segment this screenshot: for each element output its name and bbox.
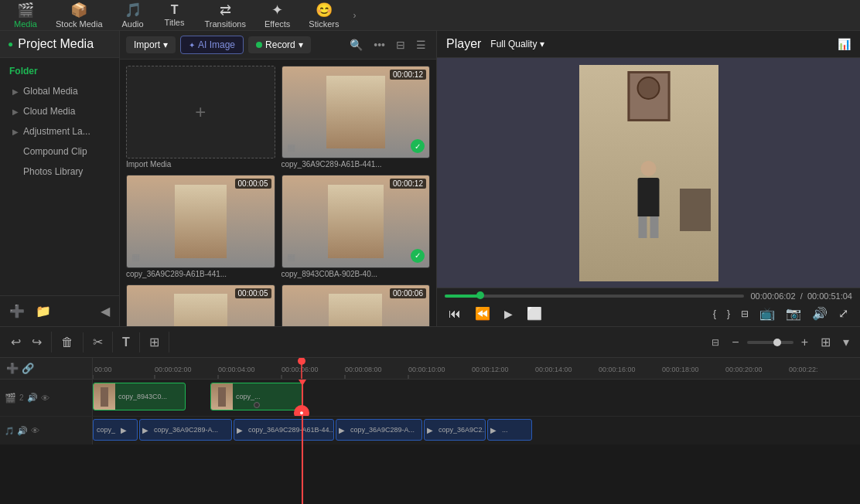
progress-bar[interactable] [445, 295, 744, 298]
toolbar-item-transitions[interactable]: ⇄ Transitions [197, 0, 254, 30]
redo-button[interactable]: ↪ [27, 332, 46, 352]
delete-button[interactable]: 🗑 [56, 332, 78, 352]
toolbar-item-media[interactable]: 🎬 Media [6, 0, 45, 30]
track-a1-visibility-button[interactable]: 👁 [31, 426, 39, 435]
sidebar-item-folder[interactable]: Folder [0, 61, 119, 81]
zoom-in-button[interactable]: + [797, 332, 813, 352]
zoom-out-button[interactable]: − [727, 332, 743, 352]
track-clip-a-1[interactable]: copy_ ▶ [93, 419, 138, 441]
svg-text:00:00:20:00: 00:00:20:00 [725, 366, 763, 373]
track-clip-a-3[interactable]: ▶ copy_36A9C289-A61B-44... [234, 419, 334, 441]
search-button[interactable]: 🔍 [346, 36, 367, 53]
svg-text:00:00:16:00: 00:00:16:00 [599, 366, 636, 373]
track-visibility-button[interactable]: 👁 [41, 393, 49, 403]
track-a1-controls: 🎵 🔊 👁 [0, 417, 93, 444]
media-item-4[interactable]: 00:00:05 ▦ ✓ copy_36A9C289-A61B-441... [123, 281, 278, 326]
clip-a-6-label: ... [499, 424, 511, 435]
play-button[interactable]: ▶ [500, 305, 517, 322]
filter-button[interactable]: ⊟ [392, 36, 409, 53]
sidebar-add-button[interactable]: ➕ [6, 302, 28, 320]
clip-a-1-label: copy_ [94, 424, 118, 435]
arrow-icon-global: ▶ [12, 87, 19, 96]
mark-out-button[interactable]: } [723, 306, 734, 322]
track-clip-v1-2[interactable]: copy_... [210, 383, 303, 410]
media-item-3[interactable]: 00:00:12 ▦ ✓ copy_8943C0BA-902B-40... [278, 172, 434, 281]
toolbar-item-titles[interactable]: T Titles [155, 2, 194, 29]
import-button[interactable]: Import ▾ [126, 36, 176, 53]
split-button[interactable]: ✂ [88, 332, 108, 352]
clip2-file-icon: ▦ [131, 252, 140, 263]
record-button[interactable]: Record ▾ [248, 36, 311, 53]
bottom-area: ↩ ↪ 🗑 ✂ T ⊞ ⊟ − + ⊞ ▾ ➕ [0, 326, 860, 504]
undo-button[interactable]: ↩ [6, 332, 26, 352]
timeline-tracks: 🎬 2 🔊 👁 copy_8943C0... [0, 380, 860, 504]
track-clip-a-5[interactable]: ▶ copy_36A9C2... [424, 419, 486, 441]
media-item-2[interactable]: 00:00:05 ▦ copy_36A9C289-A61B-441... [123, 172, 278, 281]
svg-point-19 [298, 358, 305, 365]
clip-marker [254, 402, 260, 408]
zoom-slider[interactable] [747, 341, 793, 344]
sidebar-item-adjustment[interactable]: ▶ Adjustment La... [0, 121, 119, 141]
track-a1-content[interactable]: copy_ ▶ ▶ copy_36A9C289-A... ▶ copy_36A9… [93, 417, 860, 444]
sidebar-item-compound[interactable]: ▶ Compound Clip [0, 141, 119, 162]
progress-handle[interactable] [476, 291, 484, 299]
sidebar-item-photos[interactable]: ▶ Photos Library [0, 162, 119, 182]
mark-in-button[interactable]: { [709, 306, 720, 322]
track-clip-v1-1[interactable]: copy_8943C0... [93, 383, 186, 410]
timeline-ruler[interactable]: 00:00 00:00:02:00 00:00:04:00 00:00:06:0… [93, 358, 860, 379]
zoom-handle[interactable] [773, 339, 781, 346]
track-clip-a-6[interactable]: ▶ ... [487, 419, 532, 441]
audio-track-button[interactable]: ⊟ [737, 306, 752, 322]
clip-a-4-label: copy_36A9C289-A... [347, 424, 418, 435]
composite-button[interactable]: ⊞ [145, 332, 164, 352]
toolbar-item-audio[interactable]: 🎵 Audio [114, 0, 152, 30]
more-button[interactable]: ▾ [838, 332, 854, 352]
timeline-link-button[interactable]: 🔗 [22, 363, 34, 374]
toolbar-item-stock[interactable]: 📦 Stock Media [48, 0, 111, 30]
ruler-svg: 00:00 00:00:02:00 00:00:04:00 00:00:06:0… [93, 358, 860, 379]
delete-group: 🗑 [56, 332, 84, 352]
toolbar-item-stickers[interactable]: 😊 Stickers [301, 0, 346, 30]
media-icon: 🎬 [17, 2, 34, 19]
screen-record-button[interactable]: 📺 [756, 304, 779, 323]
ai-image-button[interactable]: ✦ AI Image [180, 36, 244, 54]
undo-redo-group: ↩ ↪ [6, 332, 52, 352]
media-item-1[interactable]: 00:00:12 ▦ ✓ copy_36A9C289-A61B-441... [278, 63, 434, 172]
player-expand-icon[interactable]: 📊 [838, 38, 851, 50]
sidebar-folder-button[interactable]: 📁 [32, 302, 54, 320]
timeline-add-track-button[interactable]: ➕ [6, 363, 19, 374]
media-item-5[interactable]: 00:00:06 ▦ ✓ copy_36A9C289-A61B-441... [278, 281, 434, 326]
ai-label: AI Image [198, 39, 235, 50]
sidebar-collapse-button[interactable]: ◀ [97, 302, 113, 320]
toolbar-label-transitions: Transitions [205, 19, 246, 29]
titles-icon: T [171, 3, 179, 17]
sidebar-item-global[interactable]: ▶ Global Media [0, 81, 119, 101]
media-item-import[interactable]: + Import Media [123, 63, 278, 172]
fullscreen-button[interactable]: ⤢ [834, 304, 852, 323]
volume-button[interactable]: 🔊 [808, 304, 831, 323]
grid-view-button[interactable]: ⊞ [816, 332, 835, 352]
svg-text:00:00:18:00: 00:00:18:00 [662, 366, 699, 373]
sidebar-item-cloud[interactable]: ▶ Cloud Media [0, 101, 119, 121]
skip-back-button[interactable]: ⏮ [445, 305, 465, 323]
arrow-icon-cloud: ▶ [12, 107, 19, 116]
track-clip-a-4[interactable]: ▶ copy_36A9C289-A... [336, 419, 422, 441]
track-clip-a-2[interactable]: ▶ copy_36A9C289-A... [139, 419, 232, 441]
track-a1-volume-button[interactable]: 🔊 [17, 426, 28, 436]
layout-button[interactable]: ☰ [412, 36, 430, 53]
timeline-settings-button[interactable]: ⊟ [707, 334, 724, 351]
sidebar-header[interactable]: ● Project Media [0, 31, 119, 58]
quality-selector[interactable]: Full Quality ▾ [490, 39, 544, 49]
track-audio-icon: 🎵 [5, 427, 14, 435]
more-options-button[interactable]: ••• [370, 36, 389, 53]
player-header: Player Full Quality ▾ 📊 [437, 31, 860, 58]
playhead-bottom-marker[interactable]: ● [294, 405, 309, 416]
toolbar-more-icon[interactable]: › [353, 10, 356, 21]
screenshot-button[interactable]: 📷 [782, 304, 805, 323]
toolbar-item-effects[interactable]: ✦ Effects [257, 0, 298, 30]
track-v1-content[interactable]: copy_8943C0... copy_... ● [93, 380, 860, 416]
track-volume-button[interactable]: 🔊 [27, 393, 38, 403]
text-button[interactable]: T [118, 332, 135, 352]
frame-back-button[interactable]: ⏪ [471, 304, 494, 323]
crop-button[interactable]: ⬜ [523, 304, 546, 323]
